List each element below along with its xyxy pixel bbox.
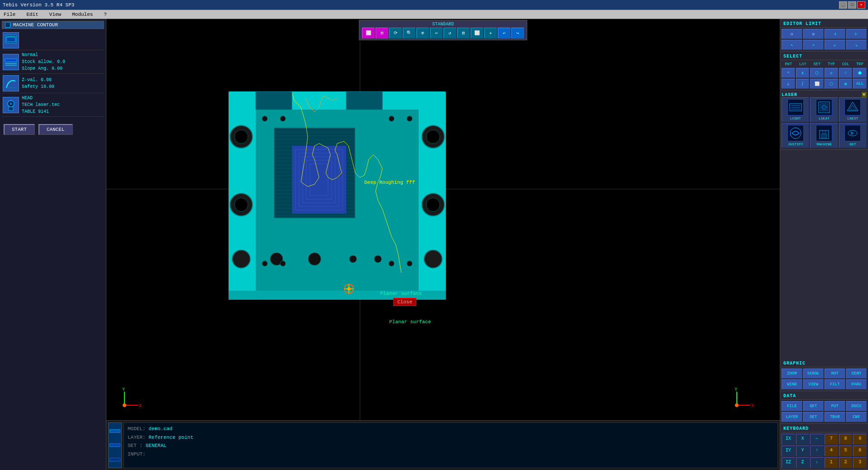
panel-header: MACHINE CONTOUR (2, 21, 104, 29)
kb-8[interactable]: 8 (839, 434, 853, 445)
maximize-button[interactable]: □ (848, 1, 856, 9)
data-tbar-btn[interactable]: TBAR (825, 412, 845, 422)
sel-btn-r1-3[interactable]: ◇ (825, 68, 838, 78)
data-cnf-btn[interactable]: CNF (846, 412, 867, 422)
el-btn-0[interactable]: ⊟ (782, 29, 802, 39)
laser-machine-btn[interactable]: MACHINE (810, 123, 838, 148)
kb-y[interactable]: Y (796, 446, 810, 456)
svg-text:Y: Y (122, 387, 125, 392)
sel-btn-r2-0[interactable]: ⊥ (782, 79, 795, 89)
data-layer-btn[interactable]: LAYER (782, 412, 802, 422)
cancel-button[interactable]: CANCEL (38, 124, 73, 135)
param-icon-0[interactable] (3, 32, 19, 48)
sel-btn-r1-4[interactable]: ○ (839, 68, 853, 78)
sel-btn-r2-2[interactable]: ⬜ (810, 79, 824, 89)
param-icon-normal[interactable] (3, 54, 19, 70)
kb-z[interactable]: Z (796, 457, 810, 468)
graphic-rot-btn[interactable]: ROT (825, 369, 845, 379)
graphic-zoom-btn[interactable]: ZOOM (782, 369, 802, 379)
kb-iz[interactable]: IZ (782, 457, 795, 468)
el-btn-7[interactable]: ↘ (846, 40, 867, 50)
select-btn-row2: ⊥ ∫ ⬜ ⬡ ⊞ ALL (782, 79, 867, 89)
tb-btn-5[interactable]: ⇔ (430, 28, 443, 38)
tb-btn-0[interactable]: ⬜ (362, 28, 375, 38)
data-set-btn[interactable]: SET (803, 412, 824, 422)
kb-iy[interactable]: IY (782, 446, 795, 456)
tb-btn-10[interactable]: ↩ (498, 28, 510, 38)
tb-btn-4[interactable]: ⊕ (416, 28, 429, 38)
graphic-filt-btn[interactable]: FILT (825, 379, 845, 389)
svg-text:X: X (139, 403, 142, 408)
kb-up[interactable]: ↑ (810, 446, 824, 456)
laser-lnest-icon (844, 99, 861, 115)
sel-btn-r2-5[interactable]: ALL (853, 79, 867, 89)
graphic-view-btn[interactable]: VIEW (803, 379, 824, 389)
kb-5[interactable]: 5 (839, 446, 853, 456)
menu-modules[interactable]: Modules (70, 12, 95, 17)
laser-get-btn[interactable]: GET (839, 123, 867, 148)
keyboard-section: KEYBOARD IX X ← 7 8 9 IY Y ↑ 4 5 6 IZ Z … (780, 424, 868, 470)
svg-point-48 (232, 250, 250, 268)
tb-btn-1[interactable]: ⊞ (376, 28, 388, 38)
deep-label: Deep Roughing fff (364, 180, 415, 185)
menu-file[interactable]: File (2, 12, 17, 17)
menu-view[interactable]: View (48, 12, 63, 17)
el-btn-5[interactable]: ↗ (803, 40, 824, 50)
graphic-para-btn[interactable]: PARA (846, 379, 867, 389)
menu-edit[interactable]: Edit (24, 12, 40, 17)
data-get-btn[interactable]: GET (803, 401, 824, 411)
viewport[interactable]: STANDARD ⬜ ⊞ ⟳ 🔍 ⊕ ⇔ ↺ ⊞ ⬜ ✈ ↩ ↪ (106, 19, 780, 470)
laser-lcont-btn[interactable]: LCONT (782, 97, 809, 122)
kb-9[interactable]: 9 (853, 434, 867, 445)
keyboard-grid: IX X ← 7 8 9 IY Y ↑ 4 5 6 IZ Z ↓ 1 2 3 (782, 434, 867, 468)
el-btn-6[interactable]: ↙ (825, 40, 845, 50)
sel-btn-r2-3[interactable]: ⬡ (825, 79, 838, 89)
sel-btn-r2-4[interactable]: ⊞ (839, 79, 853, 89)
laser-lnest-btn[interactable]: LNEST (839, 97, 867, 122)
param-icon-zval[interactable] (3, 75, 19, 91)
sel-btn-r1-2[interactable]: ⬡ (810, 68, 824, 78)
kb-3[interactable]: 3 (853, 457, 867, 468)
context-close[interactable]: Close (397, 299, 412, 305)
svg-rect-8 (9, 107, 13, 110)
kb-x[interactable]: X (796, 434, 810, 445)
sel-btn-r1-1[interactable]: ∧ (796, 68, 810, 78)
graphic-cent-btn[interactable]: CENT (846, 369, 867, 379)
el-btn-4[interactable]: ↖ (782, 40, 802, 50)
laser-justify-btn[interactable]: JUSTIFY (782, 123, 809, 148)
data-file-btn[interactable]: FILE (782, 401, 802, 411)
layer-value: Reference point (148, 435, 193, 440)
kb-1[interactable]: 1 (825, 457, 838, 468)
el-btn-2[interactable]: ⊣ (825, 29, 845, 39)
laser-lseat-btn[interactable]: LSEAT (810, 97, 838, 122)
start-button[interactable]: START (4, 124, 35, 135)
el-btn-3[interactable]: ⊢ (846, 29, 867, 39)
minimize-button[interactable]: _ (839, 1, 847, 9)
data-docu-btn[interactable]: DOCU (846, 401, 867, 411)
menu-help[interactable]: ? (102, 12, 109, 17)
sel-btn-r1-0[interactable]: + (782, 68, 795, 78)
graphic-scrol-btn[interactable]: SCROL (803, 369, 824, 379)
kb-4[interactable]: 4 (825, 446, 838, 456)
kb-ix[interactable]: IX (782, 434, 795, 445)
param-icon-head[interactable] (3, 97, 19, 113)
tb-btn-3[interactable]: 🔍 (403, 28, 415, 38)
tb-btn-7[interactable]: ⊞ (457, 28, 470, 38)
tb-btn-11[interactable]: ↪ (511, 28, 524, 38)
tb-btn-8[interactable]: ⬜ (471, 28, 483, 38)
data-put-btn[interactable]: PUT (825, 401, 845, 411)
kb-backspace[interactable]: ← (810, 434, 824, 445)
sel-btn-r2-1[interactable]: ∫ (796, 79, 810, 89)
kb-7[interactable]: 7 (825, 434, 838, 445)
panel-buttons: START CANCEL (2, 120, 104, 139)
close-button[interactable]: ✕ (857, 1, 865, 9)
tb-btn-6[interactable]: ↺ (444, 28, 456, 38)
graphic-wind-btn[interactable]: WIND (782, 379, 802, 389)
tb-btn-2[interactable]: ⟳ (389, 28, 402, 38)
el-btn-1[interactable]: ⊞ (803, 29, 824, 39)
sel-btn-r1-5[interactable]: ⬢ (853, 68, 867, 78)
tb-btn-9[interactable]: ✈ (484, 28, 497, 38)
kb-2[interactable]: 2 (839, 457, 853, 468)
kb-6[interactable]: 6 (853, 446, 867, 456)
kb-down[interactable]: ↓ (810, 457, 824, 468)
